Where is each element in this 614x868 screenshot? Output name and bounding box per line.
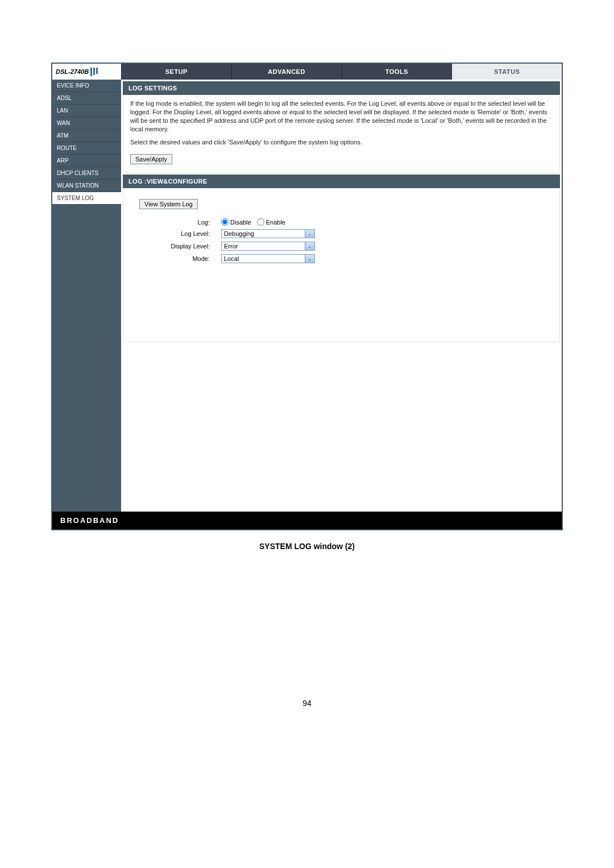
main-tabs: SETUP ADVANCED TOOLS STATUS [121,64,562,80]
sidebar-item-dhcp-clients[interactable]: DHCP CLIENTS [52,167,121,180]
tab-advanced[interactable]: ADVANCED [231,64,342,80]
log-level-value[interactable] [221,229,305,238]
radio-disable[interactable]: Disable [221,218,251,226]
log-level-select[interactable]: ⌄ [221,229,315,238]
logo-bars-icon [90,68,98,76]
log-level-label: Log Level: [153,230,221,237]
model-label: DSL-2740B [52,64,121,80]
sidebar-item-arp[interactable]: ARP [52,155,121,167]
radio-enable-label: Enable [266,219,285,226]
radio-enable-input[interactable] [257,218,264,226]
sidebar-item-route[interactable]: ROUTE [52,142,121,155]
page-number: 94 [51,699,563,708]
mode-label: Mode: [153,255,221,262]
sidebar-item-wlan-station[interactable]: WLAN STATION [52,180,121,192]
log-settings-header: LOG SETTINGS [123,81,560,95]
radio-disable-label: Disable [230,219,251,226]
log-label: Log: [153,219,221,226]
save-apply-button[interactable]: Save/Apply [130,154,172,164]
tab-setup[interactable]: SETUP [121,64,231,80]
model-text: DSL-2740B [56,68,89,75]
mode-select[interactable]: ⌄ [221,254,315,263]
sidebar-item-adsl[interactable]: ADSL [52,92,121,105]
display-level-select[interactable]: ⌄ [221,242,315,251]
log-level-dropdown-button[interactable]: ⌄ [305,229,315,238]
view-system-log-button[interactable]: View System Log [139,199,198,209]
sidebar-item-system-log[interactable]: SYSTEM LOG [52,192,121,205]
figure-caption: SYSTEM LOG window (2) [51,542,563,551]
chevron-down-icon: ⌄ [308,243,312,249]
log-settings-panel: LOG SETTINGS If the log mode is enabled,… [123,81,560,173]
log-view-configure-panel: LOG :VIEW&CONFIGURE View System Log Log: [123,175,560,342]
log-view-configure-header: LOG :VIEW&CONFIGURE [123,175,560,188]
mode-value[interactable] [221,254,305,263]
sidebar-item-wan[interactable]: WAN [52,117,121,130]
sidebar-item-lan[interactable]: LAN [52,105,121,117]
main-content: LOG SETTINGS If the log mode is enabled,… [121,80,562,512]
tab-tools[interactable]: TOOLS [342,64,452,80]
radio-disable-input[interactable] [221,218,229,226]
sidebar-item-device-info[interactable]: EVICE INFO [52,80,121,92]
display-level-dropdown-button[interactable]: ⌄ [305,242,315,251]
log-settings-instruction: Select the desired values and click 'Sav… [130,139,553,146]
display-level-label: Display Level: [153,243,221,250]
tab-status[interactable]: STATUS [451,64,562,80]
router-admin-frame: DSL-2740B SETUP ADVANCED TOOLS STATUS EV… [51,63,563,530]
chevron-down-icon: ⌄ [308,256,312,261]
footer-bar: BROADBAND [52,512,562,529]
radio-enable[interactable]: Enable [257,218,285,226]
display-level-value[interactable] [221,242,305,251]
sidebar: EVICE INFO ADSL LAN WAN ATM ROUTE ARP DH… [52,80,121,512]
sidebar-item-atm[interactable]: ATM [52,130,121,142]
top-bar: DSL-2740B SETUP ADVANCED TOOLS STATUS [52,64,562,80]
mode-dropdown-button[interactable]: ⌄ [305,254,315,263]
chevron-down-icon: ⌄ [308,231,312,236]
log-settings-description: If the log mode is enabled, the system w… [130,99,553,133]
log-radio-group: Disable Enable [221,218,285,226]
